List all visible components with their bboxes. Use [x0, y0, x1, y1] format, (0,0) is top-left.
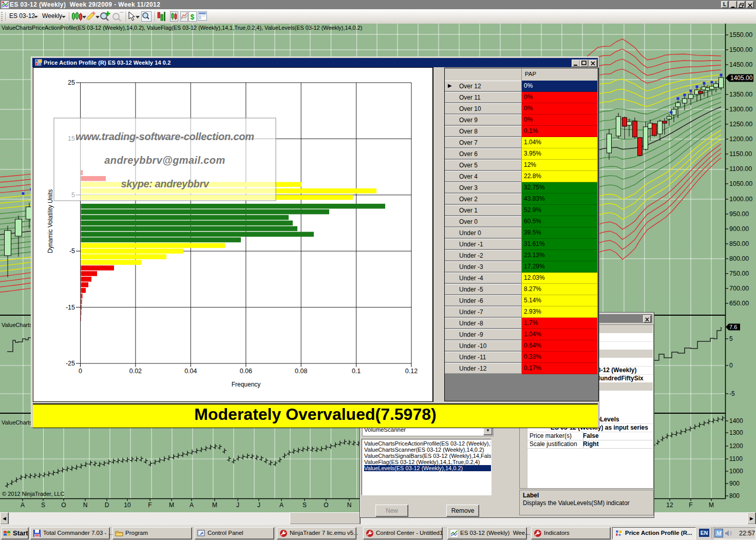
svg-text:1100.00: 1100.00: [729, 165, 752, 172]
svg-text:1500.00: 1500.00: [729, 46, 752, 53]
svg-text:1250.00: 1250.00: [729, 121, 752, 128]
svg-text:1200.00: 1200.00: [729, 136, 752, 143]
svg-text:D: D: [105, 502, 109, 509]
svg-text:M: M: [169, 502, 174, 509]
svg-text:1150.00: 1150.00: [729, 150, 752, 158]
svg-text:M: M: [709, 502, 714, 509]
svg-text:A: A: [279, 502, 284, 509]
svg-text:© 2012 NinjaTrader, LLC: © 2012 NinjaTrader, LLC: [2, 491, 64, 497]
svg-text:N: N: [347, 502, 352, 509]
svg-text:O: O: [324, 502, 328, 509]
svg-text:M: M: [715, 530, 722, 537]
svg-text:1200: 1200: [729, 442, 743, 450]
svg-text:0.04: 0.04: [184, 368, 197, 375]
svg-text:1000: 1000: [729, 468, 743, 475]
svg-text:A: A: [21, 502, 25, 509]
svg-text:1350.00: 1350.00: [729, 91, 752, 98]
svg-text:12: 12: [666, 502, 673, 509]
svg-text:A: A: [190, 502, 194, 509]
svg-text:Dynamic Volatility Units: Dynamic Volatility Units: [47, 189, 54, 254]
svg-text:650.00: 650.00: [729, 300, 749, 307]
svg-text:0.02: 0.02: [129, 368, 142, 375]
svg-text:$: $: [191, 13, 195, 21]
svg-text:skype: andreybbrv: skype: andreybbrv: [121, 178, 210, 189]
svg-text:800.00: 800.00: [729, 255, 749, 262]
svg-text:850.00: 850.00: [729, 240, 749, 247]
svg-text:1300.00: 1300.00: [729, 106, 752, 113]
svg-text:-5: -5: [729, 390, 735, 397]
svg-text:J: J: [257, 502, 260, 509]
svg-text:900.00: 900.00: [729, 225, 749, 233]
svg-text:0.06: 0.06: [240, 368, 252, 375]
svg-text:700.00: 700.00: [729, 285, 749, 292]
svg-text:ValueChartsPriceActionProfile(: ValueChartsPriceActionProfile(ES 03-12 (…: [2, 25, 362, 31]
svg-text:F: F: [689, 502, 692, 509]
svg-text:5: 5: [729, 335, 733, 342]
svg-text:800: 800: [729, 492, 740, 499]
svg-text:0: 0: [729, 362, 733, 369]
svg-text:0.08: 0.08: [295, 368, 307, 375]
svg-text:ValueCharts: ValueCharts: [2, 322, 32, 328]
svg-text:0.1: 0.1: [352, 368, 361, 375]
svg-text:N: N: [83, 502, 88, 509]
svg-text:1100: 1100: [729, 455, 743, 462]
svg-text:F: F: [148, 502, 152, 509]
svg-text:M: M: [212, 502, 217, 509]
svg-text:1550.00: 1550.00: [729, 31, 752, 38]
svg-text:0: 0: [79, 368, 82, 375]
svg-text:www.trading-software-collectio: www.trading-software-collection.com: [75, 131, 254, 142]
svg-text:900: 900: [729, 480, 740, 487]
svg-text:1300: 1300: [729, 429, 743, 436]
svg-text:S: S: [303, 502, 307, 509]
svg-text:25: 25: [68, 79, 75, 86]
svg-text:Frequency: Frequency: [232, 381, 261, 388]
svg-text:ValueCharts: ValueCharts: [2, 419, 32, 426]
svg-text:950.00: 950.00: [729, 210, 749, 218]
svg-text:S: S: [41, 502, 45, 509]
svg-text:1400: 1400: [729, 417, 743, 425]
svg-text:10: 10: [124, 502, 131, 509]
svg-text:-25: -25: [66, 360, 75, 367]
svg-text:-5: -5: [69, 247, 75, 255]
svg-text:7.6: 7.6: [729, 324, 737, 330]
svg-text:1405.00: 1405.00: [730, 74, 753, 82]
svg-text:1000.00: 1000.00: [729, 196, 752, 203]
svg-text:1050.00: 1050.00: [729, 180, 752, 187]
svg-text:1450.00: 1450.00: [729, 61, 752, 68]
svg-text:J: J: [236, 502, 239, 509]
svg-text:750.00: 750.00: [729, 270, 749, 277]
svg-text:andreybbrv@gmail.com: andreybbrv@gmail.com: [104, 155, 225, 166]
svg-text:-15: -15: [66, 304, 75, 311]
svg-text:0.12: 0.12: [405, 368, 418, 375]
svg-text:O: O: [61, 502, 66, 509]
